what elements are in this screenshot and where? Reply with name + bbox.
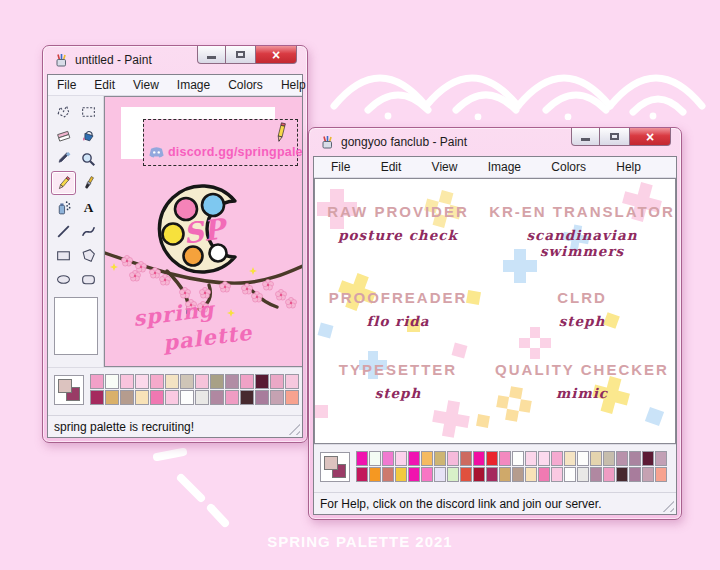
drawing-canvas[interactable]: discord.gg/springpalette	[104, 96, 302, 367]
color-swatch[interactable]	[655, 467, 667, 482]
color-swatch[interactable]	[210, 390, 224, 405]
menu-item-view[interactable]: View	[423, 158, 467, 176]
maximize-button[interactable]	[226, 46, 255, 64]
color-swatch[interactable]	[135, 390, 149, 405]
minimize-button[interactable]	[571, 128, 600, 146]
color-swatch[interactable]	[356, 467, 368, 482]
color-swatch[interactable]	[421, 467, 433, 482]
menu-item-file[interactable]: File	[48, 76, 85, 94]
color-swatch[interactable]	[421, 451, 433, 466]
color-swatch[interactable]	[270, 390, 284, 405]
color-swatch[interactable]	[616, 467, 628, 482]
color-swatch[interactable]	[460, 467, 472, 482]
color-swatch[interactable]	[408, 451, 420, 466]
discord-link[interactable]: discord.gg/springpalette	[149, 145, 302, 159]
selection-box[interactable]: discord.gg/springpalette	[143, 119, 298, 166]
line-tool[interactable]	[51, 219, 76, 243]
menu-item-edit[interactable]: Edit	[85, 76, 124, 94]
color-swatch[interactable]	[460, 451, 472, 466]
color-swatch[interactable]	[255, 390, 269, 405]
foreground-background-colors[interactable]	[54, 375, 84, 405]
color-swatch[interactable]	[616, 451, 628, 466]
color-swatch[interactable]	[135, 374, 149, 389]
titlebar[interactable]: gongyoo fanclub - Paint ×	[309, 128, 681, 156]
color-swatch[interactable]	[225, 374, 239, 389]
color-swatch[interactable]	[577, 451, 589, 466]
color-swatch[interactable]	[90, 390, 104, 405]
foreground-background-colors[interactable]	[320, 452, 350, 482]
menu-item-view[interactable]: View	[124, 76, 168, 94]
color-swatch[interactable]	[369, 451, 381, 466]
color-swatch[interactable]	[473, 467, 485, 482]
menu-item-file[interactable]: File	[322, 158, 359, 176]
color-swatch[interactable]	[120, 374, 134, 389]
color-swatch[interactable]	[512, 451, 524, 466]
rounded-rectangle-tool[interactable]	[76, 267, 101, 291]
color-swatch[interactable]	[538, 451, 550, 466]
menu-item-colors[interactable]: Colors	[542, 158, 595, 176]
menu-item-image[interactable]: Image	[479, 158, 530, 176]
color-swatch[interactable]	[285, 374, 299, 389]
brush-tool[interactable]	[76, 171, 101, 195]
color-swatch[interactable]	[165, 374, 179, 389]
maximize-button[interactable]	[600, 128, 629, 146]
color-swatch[interactable]	[564, 451, 576, 466]
color-swatch[interactable]	[473, 451, 485, 466]
color-swatch[interactable]	[105, 390, 119, 405]
curve-tool[interactable]	[76, 219, 101, 243]
color-swatch[interactable]	[105, 374, 119, 389]
color-swatch[interactable]	[486, 467, 498, 482]
color-swatch[interactable]	[434, 451, 446, 466]
color-swatch[interactable]	[90, 374, 104, 389]
menu-item-help[interactable]: Help	[272, 76, 315, 94]
color-swatch[interactable]	[369, 467, 381, 482]
free-form-select-tool[interactable]	[51, 99, 76, 123]
color-swatch[interactable]	[603, 451, 615, 466]
color-swatch[interactable]	[642, 451, 654, 466]
menu-item-help[interactable]: Help	[607, 158, 650, 176]
pencil-tool[interactable]	[51, 171, 76, 195]
color-swatch[interactable]	[499, 467, 511, 482]
polygon-tool[interactable]	[76, 243, 101, 267]
color-swatch[interactable]	[434, 467, 446, 482]
color-swatch[interactable]	[255, 374, 269, 389]
tool-options-box[interactable]	[54, 297, 98, 355]
color-swatch[interactable]	[629, 451, 641, 466]
color-swatch[interactable]	[240, 374, 254, 389]
color-picker-tool[interactable]	[51, 147, 76, 171]
resize-grip[interactable]	[662, 500, 674, 512]
magnifier-tool[interactable]	[76, 147, 101, 171]
color-swatch[interactable]	[499, 451, 511, 466]
color-swatch[interactable]	[150, 390, 164, 405]
color-swatch[interactable]	[538, 467, 550, 482]
color-swatch[interactable]	[525, 451, 537, 466]
close-button[interactable]: ×	[629, 128, 671, 146]
eraser-tool[interactable]	[51, 123, 76, 147]
color-swatch[interactable]	[395, 451, 407, 466]
color-swatch[interactable]	[180, 390, 194, 405]
color-swatch[interactable]	[195, 374, 209, 389]
drawing-canvas[interactable]: RAW PROVIDER posture check KR-EN TRANSLA…	[314, 178, 676, 444]
airbrush-tool[interactable]	[51, 195, 76, 219]
color-swatch[interactable]	[408, 467, 420, 482]
select-tool[interactable]	[76, 99, 101, 123]
fill-tool[interactable]	[76, 123, 101, 147]
color-swatch[interactable]	[120, 390, 134, 405]
titlebar[interactable]: untitled - Paint ×	[43, 46, 307, 74]
color-swatch[interactable]	[564, 467, 576, 482]
rectangle-tool[interactable]	[51, 243, 76, 267]
color-swatch[interactable]	[195, 390, 209, 405]
close-button[interactable]: ×	[255, 46, 297, 64]
color-swatch[interactable]	[525, 467, 537, 482]
color-swatch[interactable]	[285, 390, 299, 405]
resize-grip[interactable]	[288, 423, 300, 435]
discord-link-text[interactable]: discord.gg/springpalette	[168, 145, 302, 159]
color-swatch[interactable]	[629, 467, 641, 482]
color-swatch[interactable]	[270, 374, 284, 389]
color-swatch[interactable]	[210, 374, 224, 389]
text-tool[interactable]: A	[76, 195, 101, 219]
minimize-button[interactable]	[197, 46, 226, 64]
color-swatch[interactable]	[225, 390, 239, 405]
color-swatch[interactable]	[240, 390, 254, 405]
color-swatch[interactable]	[577, 467, 589, 482]
